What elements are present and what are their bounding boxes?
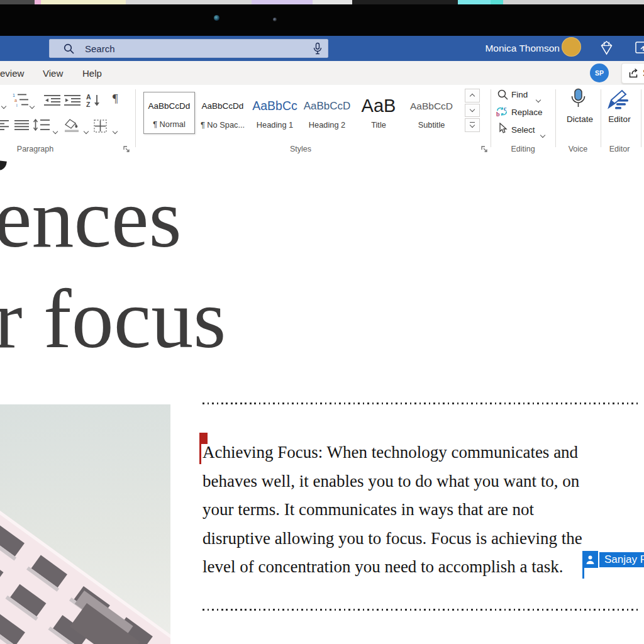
collaborator-presence-badge[interactable]: SP	[590, 64, 609, 82]
select-label[interactable]: Select	[511, 125, 535, 135]
tab-review-partial[interactable]: eview	[0, 68, 24, 79]
share-icon	[628, 68, 639, 79]
heading-line: r focus	[0, 269, 226, 369]
style-title[interactable]: AaB Title	[353, 92, 404, 134]
paragraph-line: your terms. It communicates in ways that…	[203, 496, 582, 525]
text-frame-dotted-border-bottom	[203, 609, 638, 611]
camera-glint	[214, 15, 219, 21]
svg-text:1: 1	[13, 93, 15, 97]
paragraph-line: Achieving Focus: When technology communi…	[203, 438, 582, 467]
styles-gallery-more-button[interactable]	[465, 118, 480, 132]
collaborator-name-label: Sanjay R	[599, 552, 644, 567]
style-preview: AaBbCcDd	[202, 92, 244, 120]
style-heading-2[interactable]: AaBbCcD Heading 2	[301, 92, 353, 134]
style-label: Subtitle	[418, 120, 445, 130]
justify-icon[interactable]	[14, 120, 29, 130]
voice-search-mic-icon[interactable]	[313, 42, 322, 56]
bullets-dropdown-chevron-icon[interactable]	[2, 99, 6, 111]
select-chevron-icon[interactable]	[541, 128, 545, 140]
svg-text:c: c	[504, 105, 507, 112]
pilcrow-show-marks-icon[interactable]: ¶	[113, 92, 118, 106]
style-no-spacing[interactable]: AaBbCcDd ¶ No Spac...	[197, 92, 248, 134]
ribbon-tab-row: eview View Help SP S	[0, 61, 644, 85]
group-separator	[555, 89, 556, 147]
tab-view[interactable]: View	[43, 68, 63, 79]
share-button[interactable]: S	[621, 63, 644, 84]
title-bar	[0, 4, 644, 36]
dictate-label[interactable]: Dictate	[562, 114, 598, 124]
style-label: Title	[371, 120, 386, 130]
document-photo-building[interactable]	[0, 404, 170, 644]
red-flag-icon	[201, 433, 208, 444]
group-separator	[641, 89, 641, 147]
style-preview: AaB	[362, 92, 396, 120]
line-spacing-icon[interactable]	[33, 119, 50, 131]
style-normal[interactable]: AaBbCcDd ¶ Normal	[143, 92, 195, 134]
find-label[interactable]: Find	[511, 90, 528, 99]
tab-help[interactable]: Help	[82, 68, 102, 79]
paragraph-line: disruptive allowing you to focus. Focus …	[203, 525, 582, 553]
styles-gallery-down-button[interactable]	[465, 104, 480, 118]
style-preview: AaBbCcD	[304, 92, 351, 120]
decrease-indent-icon[interactable]	[44, 95, 60, 106]
editor-pencil-icon[interactable]	[607, 89, 630, 109]
group-separator	[491, 89, 491, 147]
style-heading-1[interactable]: AaBbCc Heading 1	[249, 92, 301, 134]
search-placeholder: Search	[85, 43, 115, 54]
word-app-window: Search Monica Thomson	[0, 0, 644, 644]
search-input[interactable]: Search	[49, 39, 328, 58]
line-spacing-chevron-icon[interactable]	[53, 125, 57, 136]
svg-text:b: b	[496, 111, 500, 118]
paragraph-group-label: Paragraph	[0, 145, 70, 153]
sort-icon[interactable]: A Z	[86, 93, 102, 108]
style-subtitle[interactable]: AaBbCcD Subtitle	[406, 92, 457, 134]
borders-chevron-icon[interactable]	[113, 125, 117, 136]
styles-gallery-up-button[interactable]	[465, 89, 480, 103]
editor-button-label[interactable]: Editor	[602, 114, 636, 124]
paragraph-line: level of concentration you need to accom…	[203, 553, 582, 582]
select-icon[interactable]	[497, 123, 508, 135]
find-icon[interactable]	[497, 89, 509, 101]
document-heading[interactable]: ences r focus	[0, 168, 226, 369]
svg-text:i: i	[16, 103, 18, 108]
style-label: Heading 2	[309, 120, 345, 130]
replace-label[interactable]: Replace	[511, 108, 543, 117]
style-preview: AaBbCcDd	[148, 92, 191, 119]
group-separator	[135, 89, 136, 147]
background-window-edge	[0, 0, 644, 4]
style-label: Heading 1	[257, 120, 293, 130]
shading-icon[interactable]	[64, 119, 82, 132]
camera-glint	[273, 18, 277, 21]
styles-group-label: Styles	[143, 145, 458, 153]
multilevel-list-chevron-icon[interactable]	[30, 99, 34, 111]
group-separator	[601, 89, 601, 147]
find-chevron-icon[interactable]	[536, 93, 540, 104]
borders-icon[interactable]	[94, 119, 107, 133]
replace-icon[interactable]: b c	[496, 105, 509, 118]
style-label: ¶ No Spac...	[201, 120, 245, 130]
increase-indent-icon[interactable]	[64, 95, 80, 106]
body-paragraph[interactable]: Achieving Focus: When technology communi…	[203, 438, 582, 582]
voice-group-label: Voice	[555, 145, 601, 153]
multilevel-list-icon[interactable]: 1 a i	[13, 92, 29, 108]
styles-dialog-launcher-icon[interactable]	[481, 146, 488, 153]
person-icon	[582, 551, 598, 568]
style-preview: AaBbCcD	[410, 92, 453, 120]
align-left-icon[interactable]	[0, 120, 9, 130]
style-label: ¶ Normal	[153, 119, 186, 129]
editor-group-label: Editor	[599, 145, 640, 153]
search-icon	[63, 43, 75, 55]
dictate-mic-icon[interactable]	[570, 88, 587, 112]
premium-diamond-icon[interactable]	[598, 40, 615, 56]
editing-group-label: Editing	[491, 145, 555, 153]
svg-text:a: a	[14, 98, 17, 103]
heading-line: ences	[0, 168, 226, 269]
ribbon-display-options-icon[interactable]	[635, 41, 644, 55]
shading-chevron-icon[interactable]	[84, 125, 88, 136]
signed-in-user-name: Monica Thomson	[478, 43, 560, 54]
paragraph-dialog-launcher-icon[interactable]	[123, 146, 130, 153]
svg-text:A: A	[86, 93, 91, 101]
style-preview: AaBbCc	[252, 92, 297, 120]
user-avatar[interactable]	[562, 37, 581, 57]
document-canvas[interactable]: ences r focus Achieving Focus: When tech…	[0, 158, 644, 644]
